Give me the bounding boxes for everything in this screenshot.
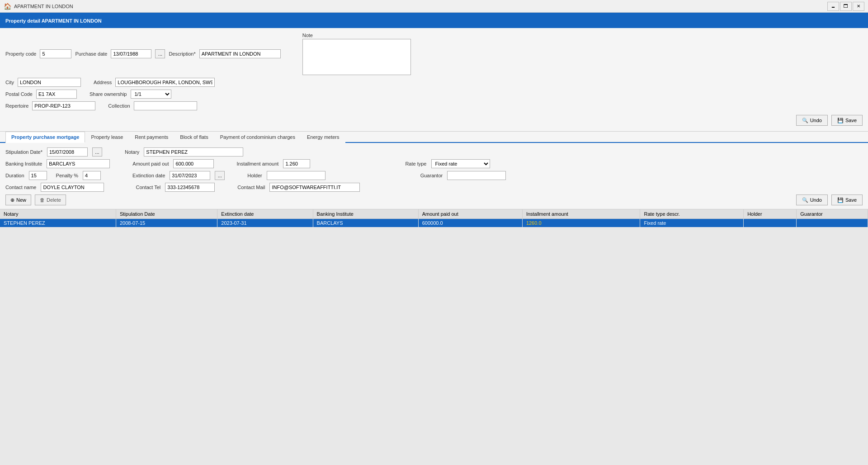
mortgage-section: Stipulation Date* ... Notary Banking Ins… bbox=[0, 143, 868, 209]
contact-mail-input[interactable] bbox=[269, 183, 360, 192]
extinction-date-label: Extinction date bbox=[132, 173, 165, 178]
cell-amountPaidOut: 600000.0 bbox=[418, 219, 522, 228]
banking-institute-label: Banking Institute bbox=[5, 161, 42, 166]
penalty-label: Penalty % bbox=[56, 173, 79, 178]
tab-lease[interactable]: Property lease bbox=[85, 132, 129, 143]
undo-button[interactable]: 🔍 Undo bbox=[796, 115, 828, 126]
purchase-date-picker[interactable]: ... bbox=[155, 49, 165, 58]
minimize-button[interactable]: 🗕 bbox=[827, 2, 839, 11]
cell-holder bbox=[744, 219, 797, 228]
table-row[interactable]: STEPHEN PEREZ2008-07-152023-07-31BARCLAY… bbox=[0, 219, 868, 228]
undo-label: Undo bbox=[810, 197, 822, 203]
mortgage-row-3: Duration Penalty % Extinction date ... H… bbox=[5, 171, 863, 180]
form-row-1: Property code Purchase date ... Descript… bbox=[5, 33, 863, 75]
cell-installmentAmount: 1260.0 bbox=[522, 219, 640, 228]
mortgage-row-2: Banking Institute Amount paid out Instal… bbox=[5, 159, 863, 168]
address-input[interactable] bbox=[115, 78, 215, 87]
stipulation-date-picker[interactable]: ... bbox=[92, 147, 102, 157]
collection-input[interactable] bbox=[134, 101, 197, 110]
share-ownership-select[interactable]: 1/1 1/2 1/3 bbox=[131, 90, 171, 99]
tab-mortgage[interactable]: Property purchase mortgage bbox=[5, 132, 85, 143]
col-holder: Holder bbox=[744, 209, 797, 219]
app-icon: 🏠 bbox=[4, 3, 11, 10]
cell-guarantor bbox=[797, 219, 868, 228]
col-amount-paid-out: Amount paid out bbox=[418, 209, 522, 219]
tab-flats[interactable]: Block of flats bbox=[174, 132, 214, 143]
purchase-date-label: Purchase date bbox=[75, 51, 107, 57]
notary-input[interactable] bbox=[144, 147, 243, 157]
extinction-date-picker[interactable]: ... bbox=[215, 171, 225, 180]
col-stipulation-date: Stipulation Date bbox=[116, 209, 217, 219]
note-container: Note bbox=[302, 33, 411, 75]
col-guarantor: Guarantor bbox=[797, 209, 868, 219]
save-label: Save bbox=[845, 118, 857, 123]
cell-notary: STEPHEN PEREZ bbox=[0, 219, 116, 228]
purchase-date-input[interactable] bbox=[111, 49, 151, 58]
title-bar-title: APARTMENT IN LONDON bbox=[14, 4, 73, 9]
col-extinction-date: Extinction date bbox=[217, 209, 313, 219]
notary-label: Notary bbox=[125, 149, 139, 155]
form-row-3: Postal Code Share ownership 1/1 1/2 1/3 bbox=[5, 90, 863, 99]
banking-institute-input[interactable] bbox=[47, 159, 110, 168]
cell-bankingInstitute: BARCLAYS bbox=[313, 219, 418, 228]
cell-stipulationDate: 2008-07-15 bbox=[116, 219, 217, 228]
mortgage-left-buttons: ⊕ New 🗑 Delete bbox=[5, 195, 66, 205]
app-header: Property detail APARTMENT IN LONDON bbox=[0, 13, 868, 28]
mortgage-row-4: Contact name Contact Tel Contact Mail bbox=[5, 183, 863, 192]
save-button[interactable]: 💾 Save bbox=[831, 115, 863, 126]
form-row-2: City Address bbox=[5, 78, 863, 87]
main-action-buttons: 🔍 Undo 💾 Save bbox=[5, 113, 863, 128]
duration-input[interactable] bbox=[29, 171, 47, 180]
stipulation-date-input[interactable] bbox=[47, 147, 88, 157]
cell-extinctionDate: 2023-07-31 bbox=[217, 219, 313, 228]
guarantor-label: Guarantor bbox=[420, 173, 443, 178]
property-code-label: Property code bbox=[5, 51, 36, 57]
postal-code-label: Postal Code bbox=[5, 91, 33, 97]
extinction-date-input[interactable] bbox=[170, 171, 210, 180]
col-notary: Notary bbox=[0, 209, 116, 219]
tabs-container: Property purchase mortgage Property leas… bbox=[0, 132, 868, 143]
duration-label: Duration bbox=[5, 173, 24, 178]
contact-name-label: Contact name bbox=[5, 185, 36, 190]
cell-rateTypeDescr: Fixed rate bbox=[640, 219, 744, 228]
tab-rent[interactable]: Rent payments bbox=[129, 132, 174, 143]
save-icon: 💾 bbox=[837, 118, 844, 123]
undo-label: Undo bbox=[810, 118, 822, 123]
repertoire-label: Repertoire bbox=[5, 103, 28, 109]
rate-type-select[interactable]: Fixed rate Variable rate bbox=[431, 159, 490, 168]
title-bar: 🏠 APARTMENT IN LONDON 🗕 🗖 ✕ bbox=[0, 0, 868, 13]
description-input[interactable] bbox=[199, 49, 281, 58]
new-icon: ⊕ bbox=[10, 197, 14, 203]
delete-mortgage-button[interactable]: 🗑 Delete bbox=[35, 195, 66, 205]
new-label: New bbox=[16, 197, 26, 203]
installment-amount-label: Installment amount bbox=[236, 161, 278, 166]
repertoire-input[interactable] bbox=[32, 101, 95, 110]
city-label: City bbox=[5, 80, 14, 85]
note-label: Note bbox=[302, 33, 411, 38]
delete-label: Delete bbox=[47, 197, 61, 203]
mortgage-undo-button[interactable]: 🔍 Undo bbox=[796, 195, 828, 205]
property-code-input[interactable] bbox=[40, 49, 71, 58]
city-input[interactable] bbox=[18, 78, 81, 87]
holder-input[interactable] bbox=[267, 171, 326, 180]
guarantor-input[interactable] bbox=[447, 171, 506, 180]
stipulation-date-label: Stipulation Date* bbox=[5, 149, 42, 155]
form-row-4: Repertoire Collection bbox=[5, 101, 863, 110]
penalty-input[interactable] bbox=[83, 171, 101, 180]
postal-code-input[interactable] bbox=[36, 90, 77, 99]
note-textarea[interactable] bbox=[302, 39, 411, 75]
amount-paid-out-input[interactable] bbox=[173, 159, 214, 168]
title-bar-controls: 🗕 🗖 ✕ bbox=[827, 2, 864, 11]
contact-name-input[interactable] bbox=[41, 183, 104, 192]
contact-tel-input[interactable] bbox=[165, 183, 215, 192]
mortgage-save-button[interactable]: 💾 Save bbox=[831, 195, 863, 205]
tab-condominium[interactable]: Payment of condominium charges bbox=[214, 132, 301, 143]
installment-amount-input[interactable] bbox=[283, 159, 310, 168]
tab-energy[interactable]: Energy meters bbox=[301, 132, 345, 143]
new-mortgage-button[interactable]: ⊕ New bbox=[5, 195, 31, 205]
mortgage-table: Notary Stipulation Date Extinction date … bbox=[0, 209, 868, 227]
delete-icon: 🗑 bbox=[40, 197, 45, 203]
maximize-button[interactable]: 🗖 bbox=[840, 2, 852, 11]
share-ownership-label: Share ownership bbox=[90, 91, 127, 97]
close-button[interactable]: ✕ bbox=[853, 2, 864, 11]
